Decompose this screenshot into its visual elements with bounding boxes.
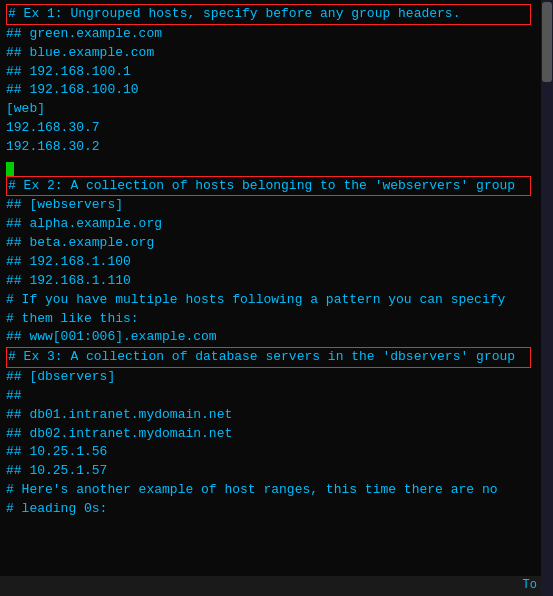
line-13: ## [webservers] (6, 196, 533, 215)
highlighted-line-0: # Ex 1: Ungrouped hosts, specify before … (6, 4, 531, 25)
text-cursor (6, 162, 14, 176)
line-24: # Ex 3: A collection of database servers… (6, 347, 533, 368)
line-16: ## 192.168.1.100 (6, 253, 533, 272)
line-17: ## 192.168.1.110 (6, 272, 533, 291)
line-2: ## green.example.com (6, 25, 533, 44)
line-0: # Ex 1: Ungrouped hosts, specify before … (6, 4, 533, 25)
line-9: 192.168.30.2 (6, 138, 533, 157)
code-lines: # Ex 1: Ungrouped hosts, specify before … (6, 4, 547, 519)
line-22: ## www[001:006].example.com (6, 328, 533, 347)
line-34: # leading 0s: (6, 500, 533, 519)
line-31: ## 10.25.1.57 (6, 462, 533, 481)
line-5: ## 192.168.100.10 (6, 81, 533, 100)
line-27: ## (6, 387, 533, 406)
line-14: ## alpha.example.org (6, 215, 533, 234)
scrollbar-thumb[interactable] (542, 2, 552, 82)
bottom-bar: To (0, 576, 541, 596)
line-20: # them like this: (6, 310, 533, 329)
line-28: ## db01.intranet.mydomain.net (6, 406, 533, 425)
line-30: ## 10.25.1.56 (6, 443, 533, 462)
line-10 (6, 157, 533, 176)
line-4: ## 192.168.100.1 (6, 63, 533, 82)
line-26: ## [dbservers] (6, 368, 533, 387)
code-editor: # Ex 1: Ungrouped hosts, specify before … (0, 0, 553, 596)
line-29: ## db02.intranet.mydomain.net (6, 425, 533, 444)
line-8: 192.168.30.7 (6, 119, 533, 138)
line-11: # Ex 2: A collection of hosts belonging … (6, 176, 533, 197)
line-33: # Here's another example of host ranges,… (6, 481, 533, 500)
scrollbar[interactable] (541, 0, 553, 596)
line-15: ## beta.example.org (6, 234, 533, 253)
line-3: ## blue.example.com (6, 44, 533, 63)
highlighted-line-11: # Ex 2: A collection of hosts belonging … (6, 176, 531, 197)
bottom-label: To (523, 577, 537, 594)
line-7: [web] (6, 100, 533, 119)
line-19: # If you have multiple hosts following a… (6, 291, 533, 310)
highlighted-line-24: # Ex 3: A collection of database servers… (6, 347, 531, 368)
